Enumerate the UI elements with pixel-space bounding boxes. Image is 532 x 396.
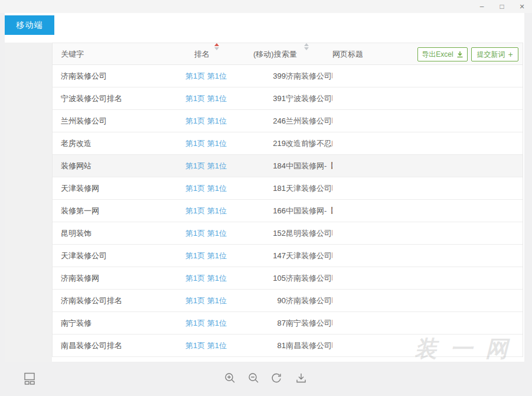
col-header-volume: (移动)搜索量 (253, 43, 297, 66)
keyword-cell: 济南装修公司排名 (53, 296, 185, 306)
keyword-cell: 南宁装修 (53, 318, 185, 329)
maximize-icon: □ (500, 2, 504, 11)
title-cell: 中国装修网-【装一网】-中国装修装饰行业门户网站! (286, 161, 332, 171)
rank-link[interactable]: 第1页 第1位 (185, 71, 253, 82)
image-viewer-window: – □ ✕ 移动端 关键字 排名 (移动)搜索量 网页标 (0, 0, 532, 396)
table-row: 天津装修网 第1页 第1位 181 天津装修公司哪家好?天津10大装饰公司排名-… (53, 177, 523, 200)
rotate-icon[interactable] (267, 369, 286, 388)
keyword-cell: 南昌装修公司排名 (53, 340, 185, 351)
zoom-out-icon[interactable] (244, 369, 263, 388)
volume-cell: 152 (253, 229, 286, 238)
rank-link[interactable]: 第1页 第1位 (185, 138, 253, 149)
export-excel-button[interactable]: 导出Excel (417, 47, 468, 61)
close-button[interactable]: ✕ (512, 0, 532, 13)
download-icon[interactable] (292, 369, 311, 388)
table-row: 天津装修公司 第1页 第1位 147 天津装修公司哪家好?天津10大装饰公司排名… (53, 245, 523, 267)
volume-cell: 147 (253, 251, 286, 260)
keyword-cell: 装修网站 (53, 161, 185, 171)
table-row: 昆明装饰 第1页 第1位 152 昆明装修公司哪家好?昆明10大装饰公司排名--… (53, 222, 523, 245)
col-header-keyword: 关键字 (61, 43, 84, 66)
title-cell: 济南装修公司哪家好?济南10大装饰公司排名---济南装一.... (286, 71, 332, 82)
col-header-rank: 排名 (194, 43, 210, 66)
rank-link[interactable]: 第1页 第1位 (185, 273, 253, 284)
volume-cell: 399 (253, 72, 286, 80)
keyword-cell: 天津装修公司 (53, 251, 185, 261)
title-cell: 中国装修网-【装一网】-中国装修装饰行业门户网站!官网 (286, 206, 332, 216)
keyword-cell: 宁波装修公司排名 (53, 93, 185, 104)
table-row: 老房改造 第1页 第1位 219 改造前惨不忍睹!40平米老房改造装修惊艳了一.… (53, 132, 523, 155)
rank-link[interactable]: 第1页 第1位 (185, 340, 253, 351)
table-row: 南宁装修 第1页 第1位 87 南宁装修公司哪家好?南宁10大装饰公司排名---… (53, 312, 523, 335)
title-cell: 天津装修公司哪家好?天津10大装饰公司排名---天津装一.... (286, 183, 332, 194)
table-row: 济南装修公司 第1页 第1位 399 济南装修公司哪家好?济南10大装饰公司排名… (53, 65, 523, 87)
volume-cell: 81 (253, 341, 286, 350)
gallery-icon[interactable] (20, 369, 39, 388)
table-row: 装修网站 第1页 第1位 184 中国装修网-【装一网】-中国装修装饰行业门户网… (53, 155, 523, 177)
title-cell: 改造前惨不忍睹!40平米老房改造装修惊艳了一..._装一网 (286, 138, 332, 149)
rank-link[interactable]: 第1页 第1位 (185, 161, 253, 171)
volume-cell: 105 (253, 274, 286, 283)
title-cell: 济南装修公司哪家好?济南10大装饰公司排名---济南装一.... (286, 273, 332, 284)
keyword-cell: 兰州装修公司 (53, 116, 185, 126)
zoom-in-icon[interactable] (221, 369, 240, 388)
keyword-cell: 昆明装饰 (53, 228, 185, 239)
keyword-cell: 天津装修网 (53, 183, 185, 194)
rank-link[interactable]: 第1页 第1位 (185, 93, 253, 104)
table-row: 装修第一网 第1页 第1位 166 中国装修网-【装一网】-中国装修装饰行业门户… (53, 200, 523, 222)
col-header-title: 网页标题 (332, 43, 363, 66)
volume-cell: 181 (253, 184, 286, 193)
close-icon: ✕ (519, 3, 524, 11)
title-cell: 南宁装修公司哪家好?南宁10大装饰公司排名---南宁装一.... (286, 318, 332, 329)
sort-rank-icon[interactable] (214, 43, 219, 66)
viewer-toolbar (0, 362, 532, 396)
keyword-rank-table: 关键字 排名 (移动)搜索量 网页标题 导出Excel 提交新 (52, 43, 523, 357)
titlebar: – □ ✕ (0, 0, 532, 13)
volume-cell: 166 (253, 206, 286, 215)
title-cell: 昆明装修公司哪家好?昆明10大装饰公司排名---昆明装一.... (286, 228, 332, 239)
download-arrow-icon (456, 51, 464, 58)
rank-link[interactable]: 第1页 第1位 (185, 296, 253, 306)
keyword-cell: 济南装修公司 (53, 71, 185, 82)
title-cell: 兰州装修公司哪家好?兰州10大装饰公司排名---兰州装一.... (286, 116, 332, 126)
rank-link[interactable]: 第1页 第1位 (185, 251, 253, 261)
volume-cell: 219 (253, 139, 286, 148)
volume-cell: 184 (253, 161, 286, 170)
minimize-icon: – (480, 2, 484, 11)
screenshot-content: 移动端 关键字 排名 (移动)搜索量 网页标题 导出Excel (5, 13, 524, 362)
table-row: 宁波装修公司排名 第1页 第1位 391 宁波装修公司哪家好?宁波10大装饰公司… (53, 87, 523, 110)
table-row: 济南装修网 第1页 第1位 105 济南装修公司哪家好?济南10大装饰公司排名-… (53, 267, 523, 290)
rank-link[interactable]: 第1页 第1位 (185, 116, 253, 126)
rank-link[interactable]: 第1页 第1位 (185, 318, 253, 329)
rank-link[interactable]: 第1页 第1位 (185, 206, 253, 216)
table-body: 济南装修公司 第1页 第1位 399 济南装修公司哪家好?济南10大装饰公司排名… (53, 65, 523, 357)
volume-cell: 90 (253, 296, 286, 305)
keyword-cell: 装修第一网 (53, 206, 185, 216)
keyword-cell: 济南装修网 (53, 273, 185, 284)
rank-link[interactable]: 第1页 第1位 (185, 183, 253, 194)
maximize-button[interactable]: □ (492, 0, 512, 13)
tab-mobile[interactable]: 移动端 (5, 15, 54, 35)
table-header: 关键字 排名 (移动)搜索量 网页标题 导出Excel 提交新 (53, 43, 523, 65)
plus-icon: + (508, 50, 513, 59)
volume-cell: 391 (253, 94, 286, 103)
title-cell: 宁波装修公司哪家好?宁波10大装饰公司排名---宁波装一.... (286, 93, 332, 104)
table-row: 济南装修公司排名 第1页 第1位 90 济南装修公司哪家好?济南10大装饰公司排… (53, 290, 523, 312)
left-panel (5, 43, 52, 362)
table-row: 南昌装修公司排名 第1页 第1位 81 南昌装修公司哪家好?南昌10大装饰公司排… (53, 335, 523, 357)
minimize-button[interactable]: – (472, 0, 492, 13)
sort-volume-icon[interactable] (304, 43, 309, 66)
export-excel-label: 导出Excel (422, 50, 453, 60)
title-cell: 天津装修公司哪家好?天津10大装饰公司排名---天津装一.... (286, 251, 332, 261)
title-cell: 济南装修公司哪家好?济南10大装饰公司排名---济南装一.... (286, 296, 332, 306)
table-row: 兰州装修公司 第1页 第1位 246 兰州装修公司哪家好?兰州10大装饰公司排名… (53, 110, 523, 132)
volume-cell: 87 (253, 319, 286, 327)
keyword-cell: 老房改造 (53, 138, 185, 149)
volume-cell: 246 (253, 116, 286, 125)
submit-new-word-button[interactable]: 提交新词 + (471, 47, 518, 61)
title-cell: 南昌装修公司哪家好?南昌10大装饰公司排名---南昌装一.... (286, 340, 332, 351)
submit-new-word-label: 提交新词 (476, 50, 505, 60)
rank-link[interactable]: 第1页 第1位 (185, 228, 253, 239)
